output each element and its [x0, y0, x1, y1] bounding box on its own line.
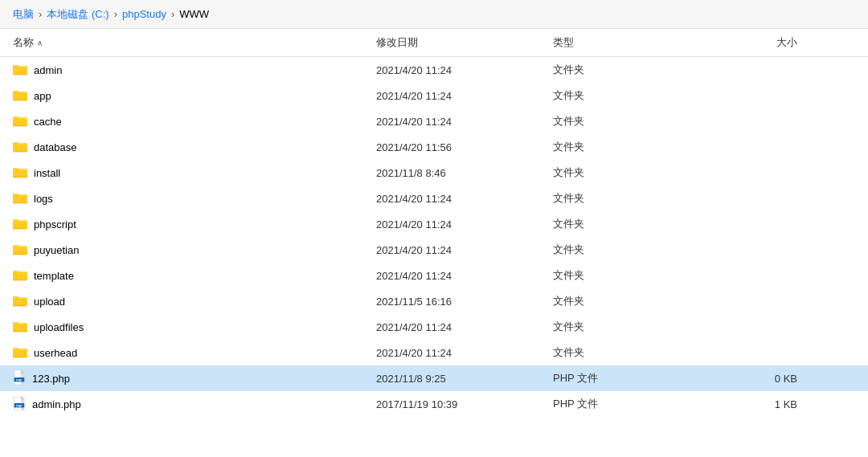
file-name-text: phpscript: [34, 218, 76, 231]
breadcrumb-c-drive[interactable]: 本地磁盘 (C:): [47, 7, 108, 22]
folder-icon: [13, 165, 27, 181]
svg-text:PHP: PHP: [16, 378, 23, 382]
column-name-header[interactable]: 名称 ∧: [0, 32, 370, 53]
file-name-text: install: [34, 167, 60, 179]
file-row[interactable]: database 2021/4/20 11:56 文件夹: [0, 134, 868, 160]
file-cell-type: PHP 文件: [547, 371, 707, 386]
file-cell-type: 文件夹: [547, 243, 707, 257]
file-cell-type: 文件夹: [547, 88, 707, 103]
file-row[interactable]: install 2021/11/8 8:46 文件夹: [0, 160, 868, 186]
file-cell-date: 2021/4/20 11:24: [370, 116, 547, 128]
file-row[interactable]: app 2021/4/20 11:24 文件夹: [0, 83, 868, 108]
file-cell-name: admin: [0, 63, 370, 78]
file-cell-type: 文件夹: [547, 217, 707, 231]
file-cell-date: 2017/11/19 10:39: [370, 398, 547, 410]
file-cell-name: install: [0, 165, 370, 181]
file-name-text: userhead: [34, 347, 77, 359]
file-cell-name: app: [0, 88, 370, 104]
column-headers: 名称 ∧ 修改日期 类型 大小: [0, 29, 868, 57]
folder-icon: [13, 243, 27, 258]
file-cell-type: 文件夹: [547, 165, 707, 180]
svg-marker-73: [22, 370, 25, 373]
file-cell-name: upload: [0, 294, 370, 309]
file-cell-size: 1 KB: [707, 398, 804, 410]
file-cell-name: userhead: [0, 345, 370, 361]
file-cell-name: template: [0, 268, 370, 284]
folder-icon: [13, 114, 27, 129]
folder-icon: [13, 88, 27, 104]
php-file-icon: PHP: [13, 396, 26, 413]
file-cell-type: 文件夹: [547, 294, 707, 308]
breadcrumb-www: WWW: [179, 8, 209, 20]
breadcrumb: 电脑 › 本地磁盘 (C:) › phpStudy › WWW: [0, 0, 868, 29]
file-cell-date: 2021/4/20 11:24: [370, 218, 547, 231]
file-cell-name: PHP 123.php: [0, 370, 370, 387]
breadcrumb-sep-1: ›: [39, 8, 42, 20]
sort-arrow-icon: ∧: [37, 39, 43, 47]
file-cell-name: cache: [0, 114, 370, 129]
file-cell-name: uploadfiles: [0, 320, 370, 335]
file-cell-size: 0 KB: [707, 373, 804, 385]
file-name-text: logs: [34, 193, 53, 205]
file-row[interactable]: userhead 2021/4/20 11:24 文件夹: [0, 340, 868, 365]
breadcrumb-phpstudy[interactable]: phpStudy: [122, 8, 166, 20]
file-cell-type: 文件夹: [547, 320, 707, 334]
file-name-text: database: [34, 141, 77, 153]
file-cell-name: PHP admin.php: [0, 396, 370, 413]
file-cell-name: logs: [0, 191, 370, 206]
file-cell-date: 2021/4/20 11:24: [370, 244, 547, 256]
folder-icon: [13, 345, 27, 361]
file-row[interactable]: logs 2021/4/20 11:24 文件夹: [0, 186, 868, 211]
file-cell-type: 文件夹: [547, 191, 707, 206]
file-cell-type: PHP 文件: [547, 397, 707, 411]
file-row[interactable]: upload 2021/11/5 16:16 文件夹: [0, 288, 868, 314]
breadcrumb-sep-3: ›: [171, 8, 174, 20]
file-name-text: admin: [34, 64, 62, 76]
file-row[interactable]: cache 2021/4/20 11:24 文件夹: [0, 108, 868, 134]
folder-icon: [13, 217, 27, 232]
file-cell-type: 文件夹: [547, 140, 707, 154]
file-cell-date: 2021/4/20 11:24: [370, 270, 547, 282]
folder-icon: [13, 294, 27, 309]
svg-text:PHP: PHP: [16, 404, 23, 407]
file-row[interactable]: PHP 123.php 2021/11/8 9:25 PHP 文件 0 KB: [0, 365, 868, 391]
php-file-icon: PHP: [13, 370, 26, 387]
folder-icon: [13, 140, 27, 155]
file-name-text: uploadfiles: [34, 321, 84, 333]
file-name-text: app: [34, 90, 51, 102]
file-list[interactable]: admin 2021/4/20 11:24 文件夹 app 2021/4/20 …: [0, 57, 868, 457]
file-row[interactable]: PHP admin.php 2017/11/19 10:39 PHP 文件 1 …: [0, 391, 868, 417]
file-name-text: admin.php: [32, 398, 81, 410]
file-row[interactable]: uploadfiles 2021/4/20 11:24 文件夹: [0, 314, 868, 340]
file-name-text: puyuetian: [34, 244, 79, 256]
svg-marker-80: [22, 396, 25, 399]
file-cell-name: phpscript: [0, 217, 370, 232]
folder-icon: [13, 320, 27, 335]
column-name-label: 名称: [13, 35, 34, 50]
file-name-text: template: [34, 270, 74, 282]
folder-icon: [13, 191, 27, 206]
folder-icon: [13, 268, 27, 284]
column-type-header[interactable]: 类型: [547, 32, 707, 53]
file-cell-type: 文件夹: [547, 345, 707, 360]
file-row[interactable]: puyuetian 2021/4/20 11:24 文件夹: [0, 237, 868, 263]
breadcrumb-computer[interactable]: 电脑: [13, 7, 34, 22]
file-cell-date: 2021/11/8 9:25: [370, 373, 547, 385]
column-date-header[interactable]: 修改日期: [370, 32, 547, 53]
file-row[interactable]: admin 2021/4/20 11:24 文件夹: [0, 57, 868, 83]
file-cell-name: puyuetian: [0, 243, 370, 258]
file-explorer: 名称 ∧ 修改日期 类型 大小 admin 2021/4/20 11:24 文件…: [0, 29, 868, 457]
breadcrumb-sep-2: ›: [114, 8, 117, 20]
file-row[interactable]: template 2021/4/20 11:24 文件夹: [0, 263, 868, 288]
file-name-text: cache: [34, 116, 62, 128]
file-row[interactable]: phpscript 2021/4/20 11:24 文件夹: [0, 211, 868, 237]
file-cell-date: 2021/4/20 11:24: [370, 321, 547, 333]
file-cell-date: 2021/11/8 8:46: [370, 167, 547, 179]
file-cell-type: 文件夹: [547, 63, 707, 77]
file-cell-type: 文件夹: [547, 268, 707, 283]
file-cell-date: 2021/4/20 11:24: [370, 90, 547, 102]
file-cell-date: 2021/4/20 11:24: [370, 193, 547, 205]
file-name-text: 123.php: [32, 373, 70, 385]
column-size-header[interactable]: 大小: [707, 32, 804, 53]
file-cell-date: 2021/4/20 11:24: [370, 347, 547, 359]
